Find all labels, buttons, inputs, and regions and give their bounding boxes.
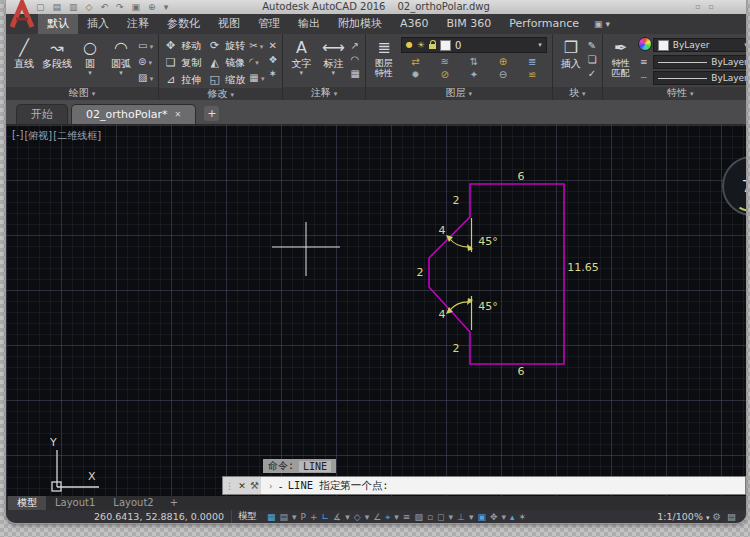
tool-文字[interactable]: A文字▾ — [288, 37, 314, 76]
block-tool-icon-1[interactable]: ❏ — [588, 54, 597, 65]
modify-tool-icon-1[interactable]: ❖ — [268, 54, 277, 65]
qat-icon-8[interactable]: ▾ — [164, 2, 169, 13]
ribbon-display-toggle-icon[interactable]: ▣ ▾ — [594, 14, 610, 34]
model-space-button[interactable]: 模型 — [231, 510, 263, 523]
qat-icon-0[interactable]: ▢ — [36, 2, 45, 13]
customization-gear-icon[interactable]: ⚙ — [712, 511, 721, 522]
new-layout-button[interactable]: + — [163, 496, 185, 510]
layer-tool-icon-3[interactable]: ⊕ — [488, 56, 517, 67]
ribbon-tab-A360[interactable]: A360 — [391, 14, 438, 34]
status-ducs-dropdown-icon[interactable]: ▾ — [469, 511, 474, 523]
layer-tool-icon-6[interactable]: ⊘ — [430, 69, 459, 80]
command-input[interactable]: › - LINE 指定第一个点: — [261, 477, 745, 494]
ribbon-tab-默认[interactable]: 默认 — [38, 14, 78, 34]
layer-dropdown[interactable]: ● ☀ 0 ▾ — [401, 37, 547, 53]
close-command-line-icon[interactable]: ✕ — [238, 481, 246, 491]
layer-tool-icon-2[interactable]: ⇅ — [459, 56, 488, 67]
status-osnap-dropdown-icon[interactable]: ▾ — [394, 511, 399, 523]
new-drawing-tab-button[interactable]: + — [204, 106, 219, 121]
qat-icon-4[interactable]: ↶ — [100, 2, 108, 13]
draw-flyout-icon-1[interactable]: ⊜ ▾ — [138, 56, 153, 69]
block-tool-icon-2[interactable]: ✓ — [588, 68, 597, 79]
status-polar-tracking-toggle[interactable]: ∡ — [333, 511, 341, 523]
linetype-dropdown[interactable]: ByLayer — [653, 71, 746, 85]
modify-tool-icon-0[interactable]: ✕ — [268, 40, 277, 51]
status-snap-mode-toggle[interactable]: ▤ — [280, 511, 289, 523]
layout-tab-Layout1[interactable]: Layout1 — [46, 496, 104, 510]
status-snap-dropdown-icon[interactable]: ▾ — [292, 511, 297, 523]
command-history-value[interactable]: LINE — [299, 461, 331, 472]
panel-label-annotate[interactable]: 注释▾ — [283, 87, 364, 100]
titlebar-icon-1[interactable]: ▫ — [709, 2, 714, 11]
autocad-logo-icon[interactable] — [9, 0, 35, 30]
object-color-dropdown[interactable]: ByLayer ▾ — [653, 38, 746, 52]
layer-tool-icon-4[interactable]: ≣ — [518, 56, 547, 67]
modify-flyout-icon-0[interactable]: ✂ ▾ — [249, 40, 264, 53]
annotate-tool-icon-2[interactable]: ▦ — [350, 68, 359, 79]
layer-tool-icon-0[interactable]: ⇄ — [401, 56, 430, 67]
ribbon-tab-参数化[interactable]: 参数化 — [158, 14, 209, 34]
status-isodraft-dropdown-icon[interactable]: ▾ — [365, 511, 370, 523]
status-dynamic-ucs-toggle[interactable]: ⊥ — [457, 511, 465, 523]
status-3d-osnap-toggle[interactable]: ◻ — [437, 511, 444, 523]
panel-label-layers[interactable]: 图层▾ — [366, 87, 552, 100]
layer-tool-icon-8[interactable]: ⊖ — [488, 69, 517, 80]
drawing-canvas[interactable]: [-][俯视][二维线框] Y — [6, 125, 746, 496]
ribbon-tab-附加模块[interactable]: 附加模块 — [329, 14, 391, 34]
recent-commands-icon[interactable]: › — [268, 481, 273, 491]
status-gizmo-dropdown-icon[interactable]: ▾ — [501, 511, 506, 523]
tool-缩放[interactable]: ◱缩放 — [208, 73, 245, 87]
status-transparency-toggle[interactable]: ▨ — [414, 511, 423, 523]
modify-flyout-icon-1[interactable]: ◜ ▾ — [249, 56, 264, 69]
tool-多段线[interactable]: ↝多段线 — [42, 37, 72, 76]
tool-圆[interactable]: ○圆▾ — [77, 37, 103, 76]
close-tab-icon[interactable]: ✕ — [175, 105, 182, 124]
tool-复制[interactable]: ❏复制 — [164, 56, 201, 70]
insert-block-button[interactable]: ❒ 插入 — [558, 37, 584, 70]
layer-tool-icon-9[interactable]: ≌ — [518, 69, 547, 80]
status-infer-constraints-toggle[interactable]: P — [301, 511, 306, 523]
modify-flyout-icon-2[interactable]: ▦ ▾ — [249, 72, 264, 85]
layer-tool-icon-1[interactable]: ≋ — [430, 56, 459, 67]
tool-移动[interactable]: ✥移动 — [164, 39, 201, 53]
lineweight-dropdown[interactable]: ByLayer — [653, 55, 746, 69]
tool-圆弧[interactable]: ◠圆弧▾ — [108, 37, 134, 76]
panel-label-draw[interactable]: 绘图▾ — [6, 87, 158, 100]
qat-icon-6[interactable]: ▣ — [132, 2, 141, 13]
customize-wrench-icon[interactable]: ⚒ — [250, 480, 259, 491]
layout-tab-模型[interactable]: 模型 — [8, 496, 46, 510]
file-tab-02_orthoPolar*[interactable]: 02_orthoPolar*✕ — [71, 104, 196, 124]
annotate-tool-icon-1[interactable]: ◠ — [350, 54, 359, 65]
ribbon-tab-注释[interactable]: 注释 — [118, 14, 158, 34]
layer-tool-icon-5[interactable]: ✹ — [401, 69, 430, 80]
status-dynamic-input-toggle[interactable]: + — [310, 511, 318, 523]
titlebar-icon-0[interactable]: ▫ — [695, 2, 700, 11]
status-selection-filter-toggle[interactable]: ▣ — [477, 511, 486, 523]
status-object-snap-toggle[interactable]: ⌖ — [385, 511, 390, 523]
status-3d-osnap-dropdown-icon[interactable]: ▾ — [449, 511, 454, 523]
panel-label-block[interactable]: 块▾ — [553, 87, 602, 100]
qat-icon-7[interactable]: ⊕ — [148, 2, 156, 13]
qat-icon-3[interactable]: ◇ — [86, 2, 93, 13]
ribbon-tab-BIM 360[interactable]: BIM 360 — [438, 14, 501, 34]
tool-标注[interactable]: ⟷标注▾ — [320, 37, 346, 76]
draw-flyout-icon-2[interactable]: ▨ ▾ — [138, 72, 153, 85]
block-tool-icon-0[interactable]: ✎ — [588, 40, 597, 51]
tool-旋转[interactable]: ⟳旋转 — [208, 39, 245, 53]
ribbon-tab-输出[interactable]: 输出 — [289, 14, 329, 34]
ribbon-tab-Performance[interactable]: Performance — [500, 14, 588, 34]
drag-grip-icon[interactable]: ⋮ — [225, 481, 234, 491]
draw-flyout-icon-0[interactable]: ▭ ▾ — [138, 40, 153, 53]
layer-tool-icon-7[interactable]: ✦ — [459, 69, 488, 80]
status-selection-cycling-toggle[interactable]: ▫ — [427, 511, 433, 523]
status-lineweight-toggle[interactable]: ≡ — [403, 511, 411, 523]
qat-icon-2[interactable]: ▥ — [69, 2, 78, 13]
file-tab-开始[interactable]: 开始 — [16, 104, 68, 124]
status-annotation-autoscale-toggle[interactable]: ✶ — [519, 511, 527, 523]
ribbon-tab-管理[interactable]: 管理 — [249, 14, 289, 34]
annotate-tool-icon-0[interactable]: ↗ — [350, 40, 359, 51]
ribbon-tab-视图[interactable]: 视图 — [209, 14, 249, 34]
tool-直线[interactable]: ╱直线 — [11, 37, 37, 76]
status-annotation-visibility-toggle[interactable]: ▴ — [510, 511, 515, 523]
qat-icon-1[interactable]: ▤ — [53, 2, 62, 13]
